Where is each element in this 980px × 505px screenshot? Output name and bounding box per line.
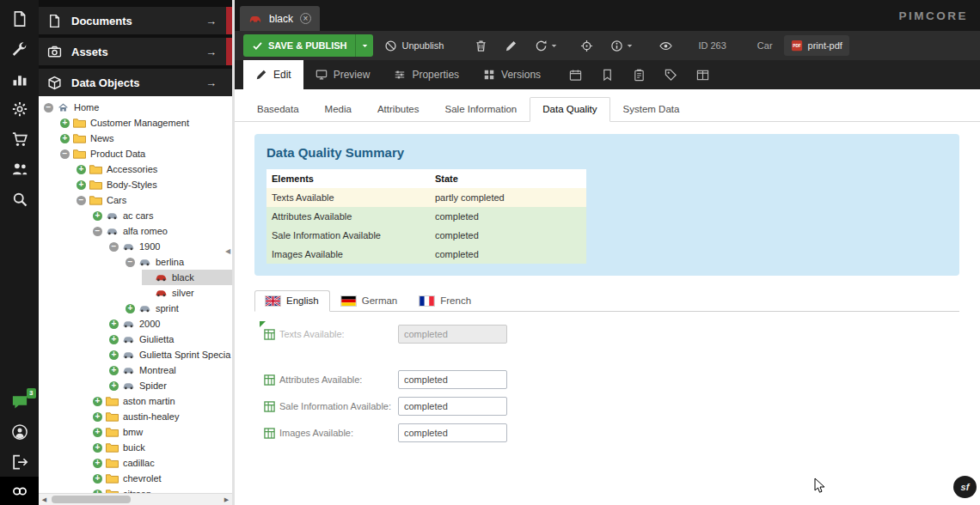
expander-minus-icon[interactable]: [126, 258, 135, 267]
tree-item-giulietta-sprint-speciale[interactable]: Gulietta Sprint Specia: [39, 347, 232, 362]
expander-plus-icon[interactable]: [77, 165, 86, 174]
locate-in-tree-button[interactable]: [574, 34, 599, 57]
tab-black[interactable]: black ×: [240, 6, 320, 31]
expander-plus-icon[interactable]: [109, 350, 119, 360]
tree-horizontal-scrollbar[interactable]: ◀ ▶: [39, 493, 232, 505]
tab-media[interactable]: Media: [312, 97, 364, 122]
rename-button[interactable]: [499, 34, 524, 57]
expander-plus-icon[interactable]: [60, 134, 70, 143]
tree-item-aston-martin[interactable]: aston martin: [39, 393, 232, 409]
attributes-available-input[interactable]: [398, 370, 507, 389]
open-preview-button[interactable]: [653, 34, 678, 57]
logout-icon[interactable]: [11, 453, 28, 471]
tree-item-cars[interactable]: Cars: [39, 192, 232, 208]
tree-item-news[interactable]: News: [39, 131, 232, 146]
tree-item-buick[interactable]: buick: [39, 440, 232, 455]
tree-item-berlina[interactable]: berlina: [39, 254, 232, 270]
tree-item-austin-healey[interactable]: austin-healey: [39, 409, 232, 424]
sidebar-item-data-objects[interactable]: Data Objects →: [39, 69, 232, 96]
user-icon[interactable]: [11, 423, 28, 441]
texts-available-input[interactable]: [398, 325, 507, 344]
expander-plus-icon[interactable]: [93, 474, 102, 484]
save-publish-button[interactable]: SAVE & PUBLISH: [243, 34, 373, 57]
expander-minus-icon[interactable]: [93, 227, 102, 236]
schedule-button[interactable]: [560, 60, 591, 89]
tree-item-spider[interactable]: Spider: [39, 378, 232, 393]
tree-item-ac-cars[interactable]: ac cars: [39, 208, 232, 223]
tree-item-chevrolet[interactable]: chevrolet: [39, 471, 232, 486]
sidebar-item-documents[interactable]: Documents →: [39, 7, 232, 34]
expander-plus-icon[interactable]: [93, 459, 102, 468]
document-icon[interactable]: [11, 10, 28, 27]
chat-icon[interactable]: 3: [11, 393, 28, 411]
expander-plus-icon[interactable]: [77, 180, 86, 190]
sale-information-available-input[interactable]: [398, 397, 507, 416]
tab-attributes[interactable]: Attributes: [364, 97, 432, 122]
tab-language-german[interactable]: German: [330, 290, 409, 312]
sidebar-item-assets[interactable]: Assets →: [39, 38, 232, 65]
bookmark-button[interactable]: [591, 60, 623, 89]
expander-plus-icon[interactable]: [109, 366, 119, 375]
expander-plus-icon[interactable]: [93, 412, 102, 422]
tree-item-2000[interactable]: 2000: [39, 316, 232, 332]
symfony-profiler-icon[interactable]: sf: [953, 476, 977, 498]
tab-data-quality[interactable]: Data Quality: [530, 97, 609, 122]
expander-minus-icon[interactable]: [44, 103, 53, 113]
close-tab-icon[interactable]: ×: [300, 13, 311, 24]
expander-plus-icon[interactable]: [93, 211, 102, 221]
print-pdf-button[interactable]: print-pdf: [784, 35, 849, 56]
panel-splitter[interactable]: [232, 0, 235, 505]
tab-versions[interactable]: Versions: [471, 60, 553, 89]
tree-item-body-styles[interactable]: Body-Styles: [39, 177, 232, 192]
tree-item-alfa-romeo[interactable]: alfa romeo: [39, 223, 232, 239]
reports-button[interactable]: [687, 60, 719, 89]
expander-minus-icon[interactable]: [60, 149, 70, 159]
gear-icon[interactable]: [11, 100, 28, 118]
users-icon[interactable]: [11, 161, 28, 178]
tree-item-citroen[interactable]: citroen: [39, 486, 232, 493]
tab-edit[interactable]: Edit: [243, 60, 303, 89]
tab-language-french[interactable]: French: [408, 290, 482, 312]
tab-properties[interactable]: Properties: [382, 60, 471, 89]
tree-item-product-data[interactable]: Product Data: [39, 146, 232, 161]
reload-button[interactable]: [529, 34, 564, 57]
collapse-panel-icon[interactable]: ◀: [225, 247, 230, 255]
expander-minus-icon[interactable]: [77, 196, 86, 205]
expander-plus-icon[interactable]: [109, 381, 119, 391]
expander-plus-icon[interactable]: [126, 304, 135, 313]
tab-sale-information[interactable]: Sale Information: [432, 97, 530, 122]
tag-button[interactable]: [655, 60, 687, 89]
expander-minus-icon[interactable]: [109, 242, 119, 252]
tab-language-english[interactable]: English: [254, 290, 330, 312]
expander-plus-icon[interactable]: [93, 397, 102, 406]
tab-preview[interactable]: Preview: [303, 60, 383, 89]
delete-button[interactable]: [469, 34, 493, 57]
tree-item-1900[interactable]: 1900: [39, 239, 232, 254]
tree-item-sprint[interactable]: sprint: [39, 301, 232, 316]
unpublish-button[interactable]: Unpublish: [378, 34, 450, 57]
tree-item-cadillac[interactable]: cadillac: [39, 455, 232, 471]
expander-plus-icon[interactable]: [93, 428, 102, 437]
tab-basedata[interactable]: Basedata: [244, 97, 312, 122]
expander-plus-icon[interactable]: [60, 119, 70, 128]
wrench-icon[interactable]: [11, 40, 28, 58]
tree-item-bmw[interactable]: bmw: [39, 424, 232, 440]
scrollbar-thumb[interactable]: [52, 496, 131, 503]
tree-item-black[interactable]: black: [39, 270, 232, 285]
scroll-right-arrow-icon[interactable]: ▶: [221, 496, 232, 503]
tab-system-data[interactable]: System Data: [610, 97, 693, 122]
info-button[interactable]: [604, 34, 640, 57]
chart-icon[interactable]: [11, 70, 28, 88]
search-icon[interactable]: [11, 191, 28, 208]
tree-item-accessories[interactable]: Accessories: [39, 161, 232, 177]
tree-item-montreal[interactable]: Montreal: [39, 362, 232, 378]
tree-item-home[interactable]: Home: [39, 100, 232, 115]
cart-icon[interactable]: [11, 131, 28, 148]
tree-item-giulietta[interactable]: Giulietta: [39, 332, 232, 347]
scroll-left-arrow-icon[interactable]: ◀: [39, 496, 50, 503]
expander-plus-icon[interactable]: [109, 335, 119, 344]
tree-item-customer-management[interactable]: Customer Management: [39, 115, 232, 131]
tree-item-silver[interactable]: silver: [39, 285, 232, 301]
expander-plus-icon[interactable]: [109, 319, 119, 329]
expander-plus-icon[interactable]: [93, 443, 102, 453]
